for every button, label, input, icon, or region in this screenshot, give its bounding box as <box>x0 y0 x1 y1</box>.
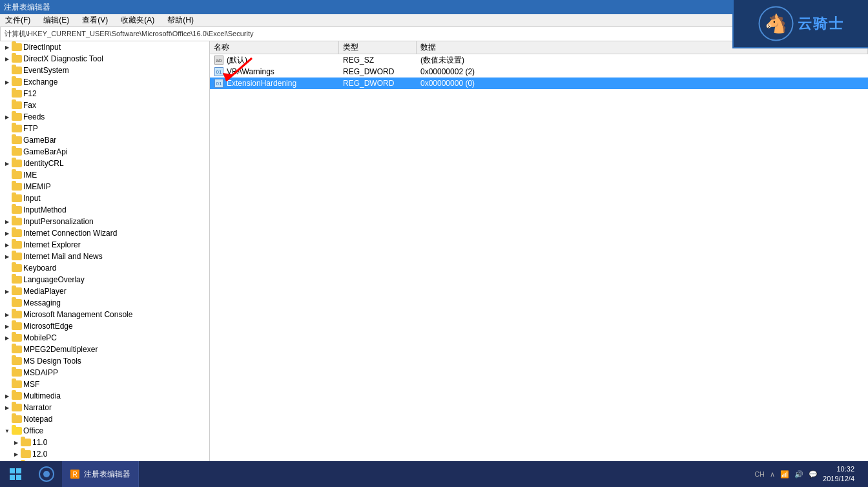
menu-file[interactable]: 文件(F) <box>3 14 33 27</box>
folder-icon-identitycrl <box>12 159 22 168</box>
tree-label-msf: MSF <box>23 380 39 389</box>
menu-favorites[interactable]: 收藏夹(A) <box>118 14 157 27</box>
tree-item-fax[interactable]: Fax <box>0 99 209 111</box>
tree-item-mobilepc[interactable]: ▶MobilePC <box>0 332 209 344</box>
menu-edit[interactable]: 编辑(E) <box>41 14 72 27</box>
tree-item-msf[interactable]: MSF <box>0 378 209 390</box>
tray-msg: 💬 <box>809 470 818 479</box>
tree-item-internet-explorer[interactable]: ▶Internet Explorer <box>0 239 209 251</box>
tree-item-notepad[interactable]: Notepad <box>0 413 209 425</box>
tree-label-exchange: Exchange <box>23 78 57 87</box>
tree-item-feeds[interactable]: ▶Feeds <box>0 111 209 123</box>
tree-item-ftp[interactable]: FTP <box>0 123 209 134</box>
folder-icon-gamebar <box>12 136 22 145</box>
tree-item-mpeg2demux[interactable]: MPEG2Demultiplexer <box>0 344 209 355</box>
tree-label-office-12: 12.0 <box>32 450 47 459</box>
folder-icon-directx-diag <box>12 54 22 63</box>
tree-item-internet-connection-wizard[interactable]: ▶Internet Connection Wizard <box>0 227 209 239</box>
registry-tree[interactable]: ▶DirectInput▶DirectX Diagnostic Tool Eve… <box>0 41 210 474</box>
tree-item-microsoftedge[interactable]: ▶MicrosoftEdge <box>0 320 209 332</box>
tree-expand-feeds[interactable]: ▶ <box>3 112 12 121</box>
tree-item-gamebarapi[interactable]: GameBarApi <box>0 146 209 158</box>
tree-item-language-overlay[interactable]: LanguageOverlay <box>0 274 209 285</box>
taskbar-clock[interactable]: 10:32 2019/12/4 <box>823 464 854 484</box>
tree-item-multimedia[interactable]: ▶Multimedia <box>0 390 209 402</box>
tree-expand-mobilepc[interactable]: ▶ <box>3 333 12 342</box>
col-header-type[interactable]: 类型 <box>339 41 417 54</box>
folder-icon-imemip <box>12 182 22 191</box>
taskbar-regedit[interactable]: R 注册表编辑器 <box>62 461 139 487</box>
folder-icon-internet-explorer <box>12 240 22 249</box>
folder-icon-ime <box>12 171 22 180</box>
tree-expand-exchange[interactable]: ▶ <box>3 78 12 87</box>
tree-item-ms-design-tools[interactable]: MS Design Tools <box>0 355 209 367</box>
tree-item-msdaipp[interactable]: MSDAIPP <box>0 367 209 378</box>
start-button[interactable] <box>0 461 31 487</box>
tree-expand-direct-input[interactable]: ▶ <box>3 43 12 52</box>
tree-expand-internet-explorer[interactable]: ▶ <box>3 240 12 249</box>
tree-item-media-player[interactable]: ▶MediaPlayer <box>0 285 209 297</box>
address-path: 计算机\HKEY_CURRENT_USER\Software\Microsoft… <box>5 29 254 39</box>
tree-expand-narrator[interactable]: ▶ <box>3 403 12 412</box>
tree-expand-inputpersonalization[interactable]: ▶ <box>3 217 12 226</box>
tree-label-identitycrl: IdentityCRL <box>23 159 64 168</box>
tree-item-keyboard[interactable]: Keyboard <box>0 262 209 274</box>
tree-expand-multimedia[interactable]: ▶ <box>3 391 12 400</box>
tree-item-gamebar[interactable]: GameBar <box>0 134 209 146</box>
tree-label-feeds: Feeds <box>23 112 45 121</box>
tree-expand-directx-diag[interactable]: ▶ <box>3 54 12 63</box>
tree-label-messaging: Messaging <box>23 298 61 307</box>
tree-item-narrator[interactable]: ▶Narrator <box>0 402 209 413</box>
tree-label-multimedia: Multimedia <box>23 391 61 400</box>
tree-item-inputpersonalization[interactable]: ▶InputPersonalization <box>0 216 209 227</box>
tree-item-messaging[interactable]: Messaging <box>0 297 209 309</box>
tree-expand-identitycrl[interactable]: ▶ <box>3 159 12 168</box>
data-row-0[interactable]: ab(默认)REG_SZ(数值未设置) <box>210 54 868 66</box>
tree-label-ms-mgmt-console: Microsoft Management Console <box>23 310 132 319</box>
folder-icon-office-11 <box>21 438 31 447</box>
cortana-button[interactable] <box>31 461 62 487</box>
clock-date: 2019/12/4 <box>823 474 854 484</box>
tree-expand-office-11[interactable]: ▶ <box>12 438 21 447</box>
tree-expand-ms-mgmt-console[interactable]: ▶ <box>3 310 12 319</box>
tree-item-directx-diag[interactable]: ▶DirectX Diagnostic Tool <box>0 53 209 65</box>
tree-item-inputmethod[interactable]: InputMethod <box>0 204 209 216</box>
reg-value-name-0: (默认) <box>227 55 247 66</box>
tree-item-internet-mail-news[interactable]: ▶Internet Mail and News <box>0 251 209 262</box>
tree-expand-internet-connection-wizard[interactable]: ▶ <box>3 229 12 238</box>
reg-value-icon-1: 01 <box>214 67 224 76</box>
tree-item-f12[interactable]: F12 <box>0 88 209 99</box>
menu-view[interactable]: 查看(V) <box>79 14 110 27</box>
tree-expand-office[interactable]: ▼ <box>3 426 12 435</box>
tree-expand-microsoftedge[interactable]: ▶ <box>3 322 12 331</box>
taskbar-tray: CH ∧ 📶 🔊 💬 10:32 2019/12/4 <box>749 464 868 484</box>
tray-ch: CH <box>754 470 765 478</box>
tree-expand-office-12[interactable]: ▶ <box>12 450 21 459</box>
tree-label-office-11: 11.0 <box>32 438 47 447</box>
col-header-name[interactable]: 名称 <box>210 41 339 54</box>
tree-item-input[interactable]: Input <box>0 192 209 204</box>
data-cell-value-1: 0x00000002 (2) <box>417 66 868 78</box>
tree-item-ime[interactable]: IME <box>0 169 209 181</box>
tree-item-exchange[interactable]: ▶Exchange <box>0 76 209 88</box>
tree-expand-media-player[interactable]: ▶ <box>3 287 12 296</box>
menu-help[interactable]: 帮助(H) <box>165 14 196 27</box>
tree-item-identitycrl[interactable]: ▶IdentityCRL <box>0 158 209 169</box>
tray-expand[interactable]: ∧ <box>770 470 775 479</box>
tree-item-event-system[interactable]: EventSystem <box>0 65 209 76</box>
folder-icon-ms-mgmt-console <box>12 310 22 319</box>
folder-icon-f12 <box>12 89 22 98</box>
tree-item-office[interactable]: ▼Office <box>0 425 209 437</box>
tree-label-directx-diag: DirectX Diagnostic Tool <box>23 54 103 63</box>
tree-item-office-12[interactable]: ▶12.0 <box>0 448 209 460</box>
tree-item-ms-mgmt-console[interactable]: ▶Microsoft Management Console <box>0 309 209 320</box>
data-row-1[interactable]: 01VBAWarningsREG_DWORD0x00000002 (2) <box>210 66 868 78</box>
data-cell-value-2: 0x00000000 (0) <box>417 78 868 89</box>
tree-item-office-11[interactable]: ▶11.0 <box>0 437 209 448</box>
folder-icon-narrator <box>12 403 22 412</box>
tree-item-imemip[interactable]: IMEMIP <box>0 181 209 192</box>
tree-expand-internet-mail-news[interactable]: ▶ <box>3 252 12 261</box>
data-row-2[interactable]: 01ExtensionHardeningREG_DWORD0x00000000 … <box>210 78 868 89</box>
tree-item-direct-input[interactable]: ▶DirectInput <box>0 41 209 53</box>
folder-icon-mobilepc <box>12 333 22 342</box>
